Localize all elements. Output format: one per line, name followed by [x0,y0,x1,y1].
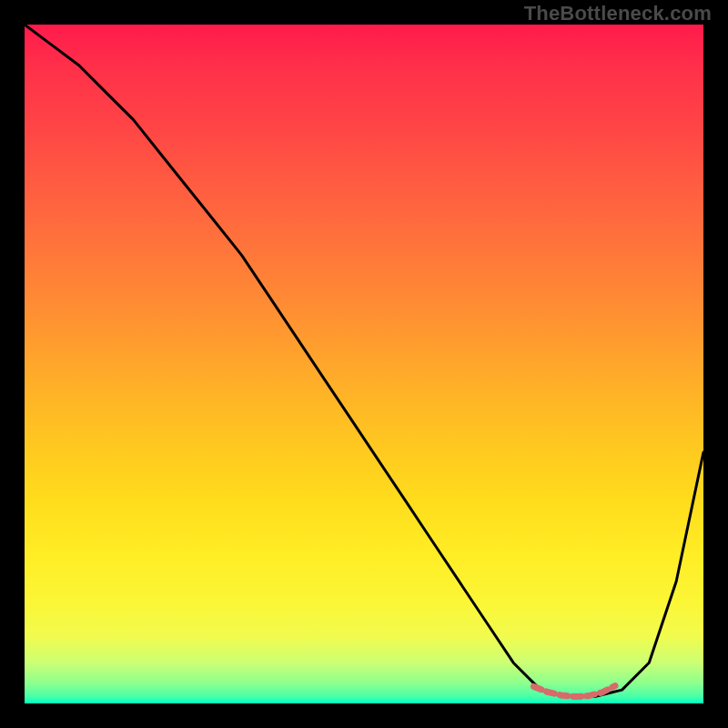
bottleneck-curve [25,25,703,697]
chart-frame: TheBottleneck.com [0,0,728,728]
watermark-text: TheBottleneck.com [524,2,712,25]
curve-layer [25,25,703,703]
plot-area [25,25,703,703]
optimal-range-highlight [534,686,616,697]
